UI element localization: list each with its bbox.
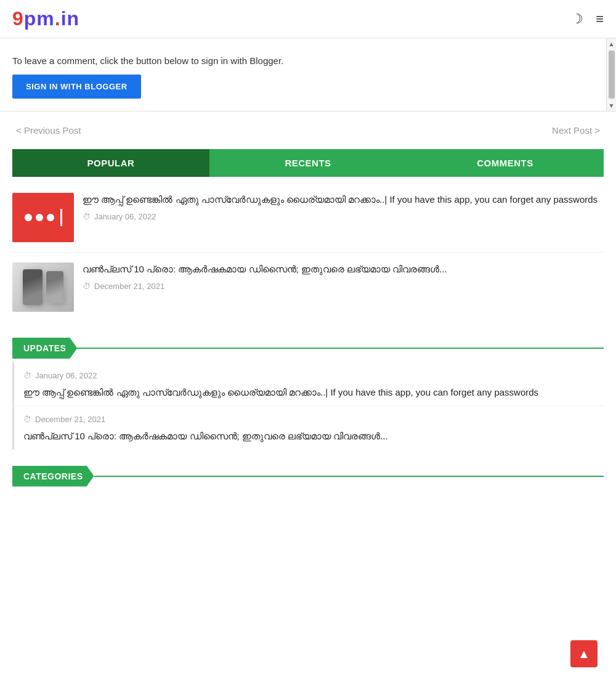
comment-instruction: To leave a comment, click the button bel… (12, 55, 604, 66)
update-date-2: ⏱ December 21, 2021 (23, 415, 604, 424)
logo-in: in (61, 7, 79, 30)
updates-list: ⏱ January 06, 2022 ഈ ആപ്പ് ഉണ്ടെങ്കിൽ ഏത… (0, 359, 616, 454)
post-date-text-1: January 06, 2022 (94, 212, 156, 221)
comment-section: To leave a comment, click the button bel… (0, 38, 616, 112)
post-item-2: വൺപ്ലസ് 10 പ്രൊ: ആകർഷകമായ ഡിസൈൻ; ഇതുവരെ … (12, 253, 604, 322)
logo-pm: pm (24, 7, 55, 30)
post-date-1: ⏱ January 06, 2022 (83, 212, 604, 221)
thumb-red-bg (12, 193, 74, 242)
updates-line (77, 348, 604, 349)
phone-shape-1 (23, 269, 43, 305)
post-date-text-2: December 21, 2021 (94, 282, 164, 291)
update-item-1: ⏱ January 06, 2022 ഈ ആപ്പ് ഉണ്ടെങ്കിൽ ഏത… (12, 362, 604, 406)
post-navigation: < Previous Post Next Post > (0, 112, 616, 149)
post-thumb-1 (12, 193, 74, 242)
tab-comments[interactable]: COMMENTS (407, 149, 604, 177)
update-date-text-2: December 21, 2021 (35, 415, 105, 424)
logo-dot: . (55, 7, 61, 30)
post-info-2: വൺപ്ലസ് 10 പ്രൊ: ആകർഷകമായ ഡിസൈൻ; ഇതുവരെ … (83, 263, 604, 291)
post-date-2: ⏱ December 21, 2021 (83, 282, 604, 291)
header: 9pm.in ☽ ≡ (0, 0, 616, 38)
menu-icon[interactable]: ≡ (596, 11, 604, 27)
update-item-2: ⏱ December 21, 2021 വൺപ്ലസ് 10 പ്രൊ: ആകർ… (12, 406, 604, 449)
phone-shape-2 (46, 271, 63, 303)
thumb-phone-bg (12, 263, 74, 312)
update-clock-2: ⏱ (23, 415, 31, 424)
post-item-1: ഈ ആപ്പ് ഉണ്ടെങ്കിൽ ഏതു പാസ്‌വേർഡുകളും ധൈ… (12, 183, 604, 253)
next-post-link[interactable]: Next Post > (552, 125, 600, 136)
updates-header: UPDATES (12, 338, 604, 359)
post-title-1[interactable]: ഈ ആപ്പ് ഉണ്ടെങ്കിൽ ഏതു പാസ്‌വേർഡുകളും ധൈ… (83, 193, 604, 207)
header-icons: ☽ ≡ (571, 11, 604, 27)
tab-popular[interactable]: POPULAR (12, 149, 209, 177)
categories-line (94, 476, 604, 477)
update-date-1: ⏱ January 06, 2022 (23, 371, 604, 380)
tabs-container: POPULAR RECENTS COMMENTS (12, 149, 604, 177)
dot-3 (47, 214, 54, 221)
update-title-1[interactable]: ഈ ആപ്പ് ഉണ്ടെങ്കിൽ ഏതു പാസ്‌വേർഡുകളും ധൈ… (23, 385, 604, 399)
scroll-up-arrow[interactable]: ▲ (607, 38, 616, 49)
back-to-top-button[interactable]: ▲ (570, 640, 598, 667)
icon-bar (60, 209, 62, 226)
tab-recents[interactable]: RECENTS (209, 149, 407, 177)
post-title-2[interactable]: വൺപ്ലസ് 10 പ്രൊ: ആകർഷകമായ ഡിസൈൻ; ഇതുവരെ … (83, 263, 604, 277)
updates-badge: UPDATES (12, 338, 77, 359)
update-title-2[interactable]: വൺപ്ലസ് 10 പ്രൊ: ആകർഷകമായ ഡിസൈൻ; ഇതുവരെ … (23, 429, 604, 443)
scroll-thumb[interactable] (609, 51, 615, 99)
scroll-down-arrow[interactable]: ▼ (607, 100, 616, 111)
prev-post-link[interactable]: < Previous Post (16, 125, 81, 136)
post-thumb-2 (12, 263, 74, 312)
clock-icon-1: ⏱ (83, 212, 91, 221)
dot-2 (36, 214, 43, 221)
sign-in-blogger-button[interactable]: SIGN IN WITH BLOGGER (12, 75, 141, 99)
clock-icon-2: ⏱ (83, 282, 91, 291)
update-date-text-1: January 06, 2022 (35, 371, 97, 380)
dark-mode-icon[interactable]: ☽ (571, 11, 583, 27)
logo-nine: 9 (12, 7, 24, 30)
site-logo[interactable]: 9pm.in (12, 7, 79, 30)
dot-1 (25, 214, 32, 221)
post-info-1: ഈ ആപ്പ് ഉണ്ടെങ്കിൽ ഏതു പാസ്‌വേർഡുകളും ധൈ… (83, 193, 604, 221)
comment-iframe-area: To leave a comment, click the button bel… (12, 49, 604, 105)
post-list: ഈ ആപ്പ് ഉണ്ടെങ്കിൽ ഏതു പാസ്‌വേർഡുകളും ധൈ… (0, 177, 616, 328)
scrollbar[interactable]: ▲ ▼ (606, 38, 616, 111)
categories-header: CATEGORIES (12, 466, 604, 487)
update-clock-1: ⏱ (23, 371, 31, 380)
categories-badge: CATEGORIES (12, 466, 94, 487)
password-app-icon (25, 209, 62, 226)
